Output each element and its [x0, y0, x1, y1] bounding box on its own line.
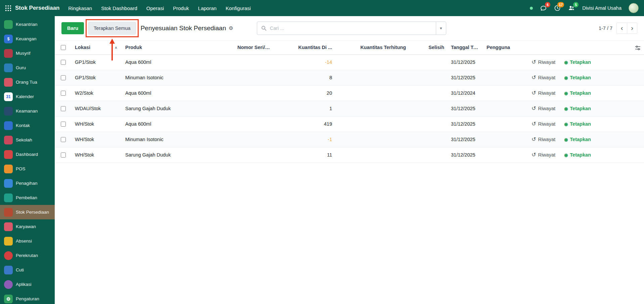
cell-kuantitas-terhitung: [335, 116, 409, 132]
sidebar-item-label: Pengaturan: [16, 296, 39, 301]
new-button[interactable]: Baru: [61, 22, 84, 34]
sidebar-item-sekolah[interactable]: Sekolah: [0, 133, 55, 147]
history-button[interactable]: ↺Riwayat: [532, 137, 555, 142]
row-checkbox[interactable]: [61, 60, 66, 65]
menu-produk[interactable]: Produk: [173, 5, 189, 11]
column-header-tanggal[interactable]: Tanggal Te...: [448, 41, 483, 54]
apply-button[interactable]: ◉Tetapkan: [564, 59, 591, 65]
dashboard-icon: [4, 150, 13, 159]
row-checkbox[interactable]: [61, 137, 66, 142]
apply-button[interactable]: ◉Tetapkan: [564, 121, 591, 127]
sidebar-item-orang-tua[interactable]: Orang Tua: [0, 75, 55, 89]
row-checkbox[interactable]: [61, 153, 66, 158]
menu-stok-dashboard[interactable]: Stok Dashboard: [101, 5, 137, 11]
cell-pengguna: [483, 85, 523, 101]
sidebar-item-kesantrian[interactable]: Kesantrian: [0, 17, 55, 32]
table-row[interactable]: WH/Stok Minuman Isotonic -1 31/12/2025 ↺…: [55, 132, 644, 147]
history-button[interactable]: ↺Riwayat: [532, 106, 555, 111]
column-header-produk[interactable]: Produk: [122, 41, 234, 54]
table-row[interactable]: GP1/Stok Aqua 600ml -14 31/12/2025 ↺Riwa…: [55, 54, 644, 70]
activities-icon[interactable]: 17: [554, 5, 561, 11]
pager-previous-button[interactable]: ‹: [616, 23, 627, 34]
sidebar-item-keamanan[interactable]: Keamanan: [0, 104, 55, 118]
action-gear-icon[interactable]: ⚙: [229, 25, 233, 31]
pager: 1-7 / 7 ‹ ›: [599, 23, 637, 34]
column-header-kuantitas-terhitung[interactable]: Kuantitas Terhitung: [335, 41, 409, 54]
sidebar-item-penagihan[interactable]: Penagihan: [0, 176, 55, 190]
messages-icon[interactable]: 6: [540, 5, 547, 11]
sidebar-item-dashboard[interactable]: Dashboard: [0, 147, 55, 162]
sidebar-item-pembelian[interactable]: Pembelian: [0, 190, 55, 205]
sidebar-item-label: POS: [16, 166, 26, 171]
cell-produk: Minuman Isotonic: [122, 70, 234, 85]
column-header-pengguna[interactable]: Pengguna: [483, 41, 523, 54]
sidebar-item-cuti[interactable]: Cuti: [0, 263, 55, 277]
column-header-nomor-seri[interactable]: Nomor Seri/Lot: [234, 41, 275, 54]
apps-grid-icon[interactable]: [5, 5, 11, 11]
sidebar-item-pengaturan[interactable]: ⚙Pengaturan: [0, 292, 55, 304]
apply-all-button[interactable]: Terapkan Semua: [88, 22, 136, 35]
row-checkbox[interactable]: [61, 122, 66, 127]
table-row[interactable]: WDAU/Stok Sarung Gajah Duduk 1 31/12/202…: [55, 101, 644, 116]
search-bar: ▾: [257, 21, 446, 35]
search-input[interactable]: [269, 25, 436, 31]
apply-button[interactable]: ◉Tetapkan: [564, 75, 591, 80]
apply-button[interactable]: ◉Tetapkan: [564, 137, 591, 142]
sidebar-item-kontak[interactable]: Kontak: [0, 118, 55, 133]
table-row[interactable]: W2/Stok Aqua 600ml 20 31/12/2024 ↺Riwaya…: [55, 85, 644, 101]
sidebar-item-absensi[interactable]: Absensi: [0, 234, 55, 248]
sidebar-item-guru[interactable]: Guru: [0, 60, 55, 75]
cell-lokasi: WH/Stok: [72, 116, 122, 132]
sidebar-item-musyrif[interactable]: Musyrif: [0, 46, 55, 60]
column-header-lokasi[interactable]: Lokasi ∧: [72, 41, 122, 54]
app-name[interactable]: Stok Persediaan: [15, 5, 59, 11]
apply-button[interactable]: ◉Tetapkan: [564, 90, 591, 96]
history-label: Riwayat: [538, 90, 555, 96]
row-checkbox[interactable]: [61, 91, 66, 96]
select-all-checkbox[interactable]: [61, 45, 66, 50]
table-row[interactable]: WH/Stok Aqua 600ml 419 31/12/2025 ↺Riway…: [55, 116, 644, 132]
sidebar-item-stok-persediaan[interactable]: Stok Persediaan: [0, 205, 55, 219]
search-dropdown-toggle[interactable]: ▾: [436, 22, 446, 35]
contacts-badge: 5: [573, 2, 579, 7]
history-icon: ↺: [532, 90, 536, 96]
sidebar-item-pos[interactable]: POS: [0, 162, 55, 176]
cell-pengguna: [483, 54, 523, 70]
sidebar-item-label: Perekrutan: [16, 253, 38, 258]
company-name[interactable]: Divisi Amal Usaha: [582, 5, 622, 11]
column-settings-icon[interactable]: [635, 45, 641, 50]
history-button[interactable]: ↺Riwayat: [532, 59, 555, 65]
menu-konfigurasi[interactable]: Konfigurasi: [226, 5, 251, 11]
history-icon: ↺: [532, 75, 536, 80]
column-header-selisih[interactable]: Selisih: [409, 41, 448, 54]
table-row[interactable]: GP1/Stok Minuman Isotonic 8 31/12/2025 ↺…: [55, 70, 644, 85]
menu-ringkasan[interactable]: Ringkasan: [68, 5, 92, 11]
page-title: Penyesuaian Stok Persediaan: [141, 25, 226, 32]
menu-operasi[interactable]: Operasi: [146, 5, 164, 11]
row-checkbox[interactable]: [61, 75, 66, 80]
history-button[interactable]: ↺Riwayat: [532, 75, 555, 80]
sidebar-item-label: Guru: [16, 65, 26, 70]
user-avatar[interactable]: [629, 3, 639, 13]
sidebar-item-karyawan[interactable]: Karyawan: [0, 219, 55, 234]
history-icon: ↺: [532, 152, 536, 158]
column-header-kuantitas-di[interactable]: Kuantitas Di ...: [275, 41, 335, 54]
history-label: Riwayat: [538, 75, 555, 80]
history-label: Riwayat: [538, 59, 555, 65]
row-checkbox[interactable]: [61, 106, 66, 111]
sidebar-item-keuangan[interactable]: $Keuangan: [0, 32, 55, 46]
table-header-row: Lokasi ∧ Produk Nomor Seri/Lot Kuantitas…: [55, 41, 644, 54]
contacts-icon[interactable]: 5: [568, 5, 575, 11]
apply-button[interactable]: ◉Tetapkan: [564, 152, 591, 158]
table-row[interactable]: WH/Stok Sarung Gajah Duduk 11 31/12/2025…: [55, 147, 644, 163]
history-button[interactable]: ↺Riwayat: [532, 152, 555, 158]
cell-produk: Sarung Gajah Duduk: [122, 101, 234, 116]
sidebar-item-perekrutan[interactable]: Perekrutan: [0, 248, 55, 263]
sidebar-item-kalender[interactable]: 31Kalender: [0, 89, 55, 104]
menu-laporan[interactable]: Laporan: [198, 5, 217, 11]
history-button[interactable]: ↺Riwayat: [532, 90, 555, 96]
apply-button[interactable]: ◉Tetapkan: [564, 106, 591, 111]
sidebar-item-aplikasi[interactable]: Aplikasi: [0, 277, 55, 292]
pager-next-button[interactable]: ›: [627, 23, 637, 34]
history-button[interactable]: ↺Riwayat: [532, 121, 555, 127]
